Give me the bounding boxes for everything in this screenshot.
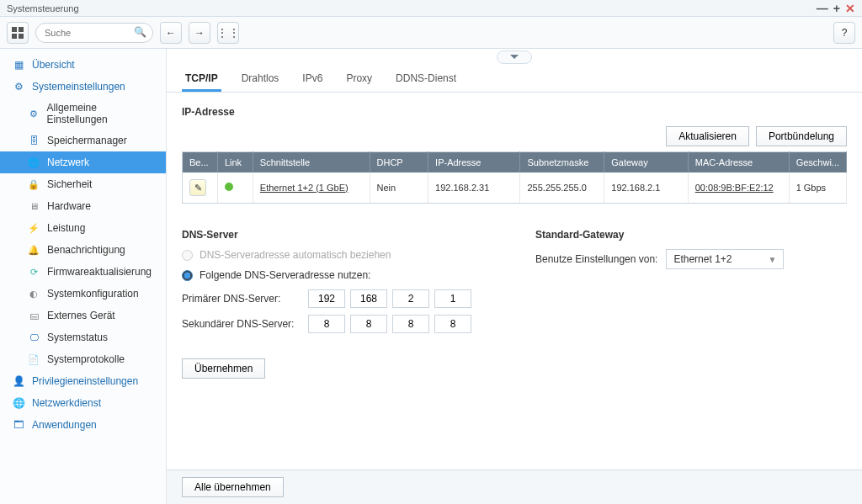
sidebar-apps[interactable]: 🗔 Anwendungen [0,414,166,436]
refresh-button[interactable]: Aktualisieren [666,126,749,146]
lock-icon: 🔒 [27,178,40,191]
edit-interface-button[interactable]: ✎ [189,179,206,196]
interface-name[interactable]: Ethernet 1+2 (1 GbE) [260,183,349,193]
col-speed[interactable]: Geschwi... [789,152,846,173]
sidebar-item-notification[interactable]: 🔔Benachrichtigung [0,239,166,261]
bolt-icon: ⚡ [27,221,40,235]
sidebar-item-hardware[interactable]: 🖥Hardware [0,195,166,217]
sidebar-privileges[interactable]: 👤 Privilegieneinstellungen [0,370,166,392]
tab-wireless[interactable]: Drahtlos [238,66,283,92]
sidebar-item-label: Systemkonfiguration [47,288,139,300]
tab-ipv6[interactable]: IPv6 [299,66,326,92]
primary-dns-label: Primärer DNS-Server: [182,293,308,305]
dns-column: DNS-Server DNS-Serveradresse automatisch… [182,229,493,379]
sidebar-privileges-label: Privilegieneinstellungen [32,375,138,387]
tab-ddns[interactable]: DDNS-Dienst [392,66,460,92]
primary-dns-octet-4[interactable] [434,289,471,308]
col-edit[interactable]: Be... [183,152,218,173]
secondary-dns-octet-3[interactable] [392,315,429,333]
maximize-button[interactable]: + [833,2,840,15]
col-mask[interactable]: Subnetzmaske [520,152,604,173]
close-button[interactable]: ✕ [845,2,855,15]
speed-value: 1 Gbps [789,172,846,204]
primary-dns-row: Primärer DNS-Server: [182,289,493,308]
device-icon: 🖴 [27,309,40,322]
table-header: Be... Link Schnittstelle DHCP IP-Adresse… [183,152,847,173]
sidebar-item-label: Allgemeine Einstellungen [47,102,157,125]
primary-dns-octet-1[interactable] [308,289,345,308]
dns-manual-radio[interactable] [182,270,193,281]
log-icon: 📄 [27,353,40,366]
sidebar-item-label: Netzwerk [47,157,89,168]
forward-button[interactable]: → [189,22,210,44]
sidebar-apps-label: Anwendungen [32,419,97,431]
sidebar-network-service[interactable]: 🌐 Netzwerkdienst [0,392,166,414]
tab-tcpip[interactable]: TCP/IP [182,66,221,92]
minimize-button[interactable]: — [817,2,828,15]
collapse-button[interactable] [497,50,532,64]
sidebar-system-head[interactable]: ⚙ Systemeinstellungen [0,76,166,98]
sidebar-item-sysconfig[interactable]: ◐Systemkonfiguration [0,283,166,305]
dots-icon: ⋮⋮ [216,26,240,40]
interface-table: Be... Link Schnittstelle DHCP IP-Adresse… [182,151,847,204]
dns-auto-row: DNS-Serveradresse automatisch beziehen [182,249,493,261]
table-row[interactable]: ✎ Ethernet 1+2 (1 GbE) Nein 192.168.2.31… [183,172,847,204]
sidebar-item-external[interactable]: 🖴Externes Gerät [0,305,166,326]
col-mac[interactable]: MAC-Adresse [688,152,789,173]
sidebar-overview[interactable]: ▦ Übersicht [0,54,166,76]
secondary-dns-octet-1[interactable] [308,315,345,333]
apply-all-button[interactable]: Alle übernehmen [182,477,284,497]
tab-label: TCP/IP [185,72,218,84]
col-gateway[interactable]: Gateway [604,152,688,173]
content: TCP/IP Drahtlos IPv6 Proxy DDNS-Dienst I… [167,49,862,504]
col-iface[interactable]: Schnittstelle [253,152,370,173]
window-title: Systemsteuerung [7,3,79,13]
globe-icon: 🌐 [27,156,40,169]
col-ip[interactable]: IP-Adresse [428,152,520,173]
sidebar-item-logs[interactable]: 📄Systemprotokolle [0,348,166,370]
tab-proxy[interactable]: Proxy [343,66,375,92]
search-wrap: 🔍 [35,23,153,43]
primary-dns-octet-3[interactable] [392,289,429,308]
tabs: TCP/IP Drahtlos IPv6 Proxy DDNS-Dienst [167,66,862,93]
help-button[interactable]: ? [833,22,855,44]
col-link[interactable]: Link [217,152,253,173]
home-button[interactable] [7,22,29,44]
tab-label: DDNS-Dienst [396,72,456,84]
dns-manual-row[interactable]: Folgende DNS-Serveradresse nutzen: [182,269,493,281]
mac-value[interactable]: 00:08:9B:BF:E2:12 [695,183,774,193]
wrench-icon: ◐ [27,287,40,300]
dns-auto-radio [182,250,193,261]
main: ▦ Übersicht ⚙ Systemeinstellungen ⚙Allge… [0,49,862,504]
sidebar-item-storage[interactable]: 🗄Speichermanager [0,130,166,151]
gateway-value: 192.168.2.1 [604,172,688,204]
sidebar-item-security[interactable]: 🔒Sicherheit [0,173,166,195]
back-button[interactable]: ← [160,22,182,44]
sidebar-item-status[interactable]: 🖵Systemstatus [0,326,166,348]
secondary-dns-octet-4[interactable] [434,315,471,333]
bell-icon: 🔔 [27,243,40,257]
scroll-area: IP-Adresse Aktualisieren Portbündelung B… [167,93,862,470]
sidebar-item-performance[interactable]: ⚡Leistung [0,217,166,239]
sidebar-item-label: Firmwareaktualisierung [47,266,152,278]
apply-button[interactable]: Übernehmen [182,358,265,379]
svg-rect-1 [19,27,24,32]
sidebar-item-firmware[interactable]: ⟳Firmwareaktualisierung [0,261,166,283]
secondary-dns-octet-2[interactable] [350,315,387,333]
col-dhcp[interactable]: DHCP [370,152,428,173]
sidebar-item-network[interactable]: 🌐Netzwerk [0,151,166,173]
pencil-icon: ✎ [194,183,202,194]
tab-label: Drahtlos [242,72,279,84]
gateway-select[interactable]: Ethernet 1+2 ▼ [666,249,784,269]
primary-dns-octet-2[interactable] [350,289,387,308]
network-icon: 🌐 [12,396,25,410]
portbond-button[interactable]: Portbündelung [756,126,847,146]
sidebar-item-general[interactable]: ⚙Allgemeine Einstellungen [0,98,166,130]
dns-section-title: DNS-Server [182,229,493,241]
secondary-dns-label: Sekundärer DNS-Server: [182,318,308,330]
sidebar-network-service-label: Netzwerkdienst [32,397,101,409]
gateway-use-label: Benutze Einstellungen von: [535,253,657,265]
apps-grid-button[interactable]: ⋮⋮ [217,22,239,44]
svg-rect-3 [19,34,24,39]
footer: Alle übernehmen [167,470,862,504]
